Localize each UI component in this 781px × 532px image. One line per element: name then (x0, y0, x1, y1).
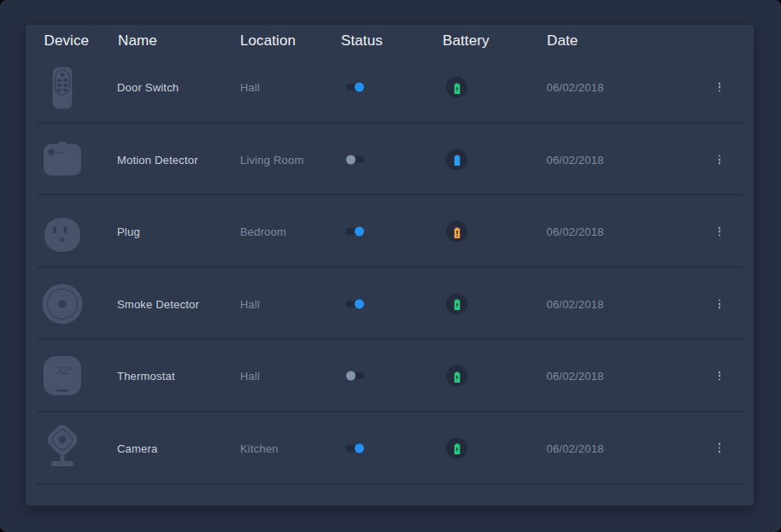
svg-text:32°: 32° (56, 365, 73, 377)
